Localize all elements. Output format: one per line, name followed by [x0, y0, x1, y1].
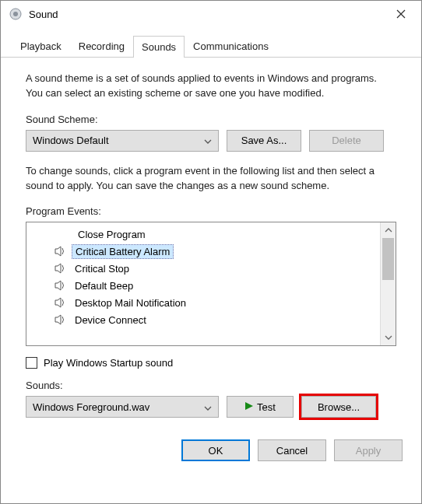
startup-sound-row: Play Windows Startup sound	[26, 357, 396, 369]
tab-recording[interactable]: Recording	[70, 35, 133, 57]
svg-marker-6	[55, 281, 61, 290]
scroll-track[interactable]	[381, 238, 396, 330]
delete-button: Delete	[309, 130, 384, 152]
event-item[interactable]: Desktop Mail Notification	[26, 294, 380, 311]
sounds-label: Sounds:	[26, 380, 396, 391]
cancel-button[interactable]: Cancel	[258, 439, 326, 461]
chevron-down-icon	[204, 135, 212, 146]
event-item-label: Device Connect	[72, 313, 149, 327]
apply-button: Apply	[334, 439, 403, 461]
window-title: Sound	[29, 9, 385, 20]
tab-sounds[interactable]: Sounds	[133, 36, 185, 58]
event-item-label: Close Program	[75, 228, 149, 241]
scroll-down-icon[interactable]	[381, 330, 396, 345]
theme-description: A sound theme is a set of sounds applied…	[26, 72, 396, 101]
tab-playback[interactable]: Playback	[12, 35, 70, 57]
titlebar: Sound	[1, 1, 421, 27]
close-button[interactable]	[385, 3, 417, 25]
test-button[interactable]: Test	[227, 396, 294, 418]
event-item-label: Default Beep	[72, 279, 136, 292]
event-item[interactable]: Critical Stop	[26, 260, 380, 277]
speaker-icon	[55, 263, 67, 274]
sound-scheme-value: Windows Default	[33, 135, 109, 146]
tab-content: A sound theme is a set of sounds applied…	[1, 58, 421, 429]
event-item[interactable]: Default Beep	[26, 277, 380, 294]
event-item[interactable]: Critical Battery Alarm	[26, 243, 380, 260]
event-item-label: Critical Battery Alarm	[72, 244, 174, 259]
program-events-label: Program Events:	[26, 205, 396, 217]
speaker-icon	[55, 297, 67, 308]
tabstrip: Playback Recording Sounds Communications	[1, 27, 421, 58]
event-item-label: Critical Stop	[72, 262, 132, 275]
browse-button[interactable]: Browse...	[301, 396, 376, 418]
speaker-icon	[55, 246, 67, 257]
ok-button[interactable]: OK	[181, 439, 250, 461]
sound-icon	[9, 7, 23, 21]
sound-dialog: Sound Playback Recording Sounds Communic…	[0, 0, 422, 504]
tab-communications[interactable]: Communications	[185, 35, 277, 57]
close-icon	[396, 9, 406, 19]
sound-scheme-label: Sound Scheme:	[26, 114, 396, 125]
startup-sound-checkbox[interactable]	[26, 357, 37, 369]
speaker-icon	[55, 314, 67, 325]
chevron-down-icon	[204, 401, 212, 413]
speaker-icon	[55, 280, 67, 291]
svg-marker-9	[245, 402, 253, 410]
sound-scheme-combo[interactable]: Windows Default	[26, 130, 219, 152]
svg-marker-8	[55, 315, 61, 324]
svg-marker-4	[55, 247, 61, 256]
dialog-buttons: OK Cancel Apply	[1, 429, 421, 474]
program-events-items: Close Program Critical Battery Alarm Cri…	[26, 222, 380, 345]
scroll-thumb[interactable]	[382, 238, 394, 280]
program-events-listbox[interactable]: Close Program Critical Battery Alarm Cri…	[26, 222, 396, 346]
event-item[interactable]: Device Connect	[26, 311, 380, 328]
sound-file-value: Windows Foreground.wav	[33, 401, 149, 413]
listbox-scrollbar[interactable]	[380, 222, 396, 345]
svg-point-1	[13, 12, 18, 16]
svg-marker-5	[55, 264, 61, 273]
change-sounds-description: To change sounds, click a program event …	[26, 164, 396, 194]
sound-file-combo[interactable]: Windows Foreground.wav	[26, 396, 219, 418]
svg-marker-7	[55, 298, 61, 307]
scroll-up-icon[interactable]	[381, 222, 396, 238]
event-item-label: Desktop Mail Notification	[72, 296, 189, 310]
play-icon	[244, 401, 254, 413]
startup-sound-label[interactable]: Play Windows Startup sound	[44, 357, 173, 369]
save-as-button[interactable]: Save As...	[227, 130, 301, 152]
event-item[interactable]: Close Program	[26, 226, 380, 243]
